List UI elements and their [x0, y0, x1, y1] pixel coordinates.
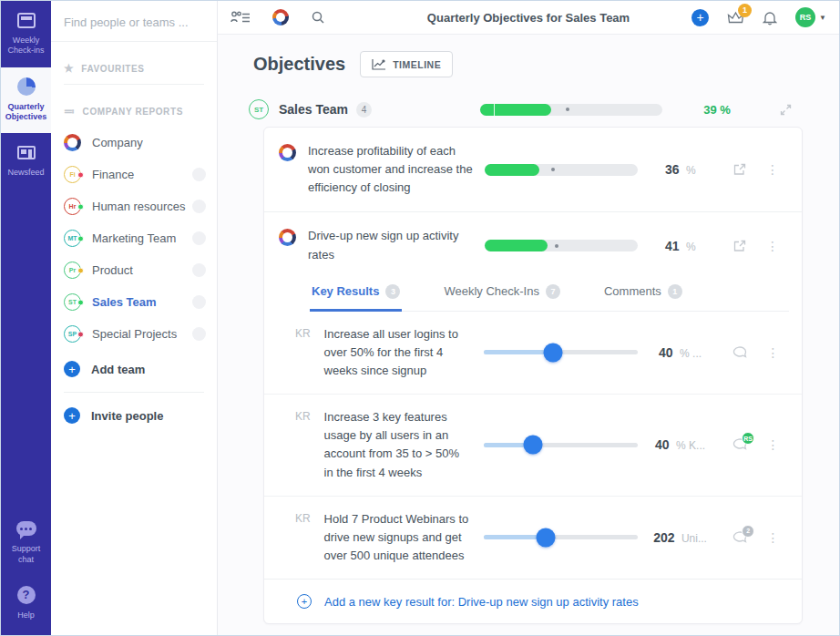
add-icon[interactable]: +: [691, 9, 709, 26]
favourites-label: FAVOURITES: [81, 64, 144, 74]
rail-item-label: Quarterly Objectives: [3, 102, 49, 123]
user-menu[interactable]: RS ▼: [795, 7, 826, 27]
team-count-badge: [192, 168, 206, 181]
objective-company-icon: [279, 144, 296, 161]
rail-item-label: Support chat: [3, 544, 49, 565]
plus-icon: +: [64, 407, 80, 424]
comment-icon[interactable]: [732, 346, 747, 359]
page-title: Objectives: [253, 54, 345, 75]
add-key-result-button[interactable]: + Add a new key result for: Drive-up new…: [264, 579, 802, 623]
slider-handle[interactable]: [536, 528, 555, 547]
sidebar-item-marketing-team[interactable]: MT Marketing Team: [51, 222, 217, 254]
more-menu-icon[interactable]: ⋮: [766, 346, 779, 359]
pie-chart-icon: [16, 77, 36, 97]
slider-handle[interactable]: [524, 436, 543, 455]
kr-value: 40: [659, 345, 673, 360]
chevron-down-icon: ▼: [819, 14, 826, 22]
team-avatar: SP: [64, 325, 81, 343]
kr-unit: Uni...: [681, 532, 707, 545]
kr-text[interactable]: Increase all user logins to over 50% for…: [324, 325, 470, 380]
commenter-avatar-badge: RS: [742, 432, 754, 445]
kr-progress-slider: [484, 443, 637, 447]
add-team-button[interactable]: + Add team: [51, 354, 217, 385]
rail-item-quarterly-objectives[interactable]: Quarterly Objectives: [1, 67, 51, 134]
search-icon[interactable]: [311, 10, 325, 25]
rail-item-weekly-checkins[interactable]: Weekly Check-ins: [1, 1, 51, 67]
tab-weekly-check-ins[interactable]: Weekly Check-Ins 7: [442, 279, 562, 312]
company-reports-label: COMPANY REPORTS: [83, 107, 183, 117]
company-reports-section-header[interactable]: ≕ COMPANY REPORTS: [51, 85, 217, 127]
team-count-badge: [192, 263, 206, 277]
more-menu-icon[interactable]: ⋮: [766, 438, 779, 451]
bell-icon[interactable]: [763, 10, 777, 26]
favourites-section-header[interactable]: ★ FAVOURITES: [51, 42, 217, 84]
kr-label: KR: [295, 410, 315, 423]
team-count-badge: [192, 231, 206, 245]
expand-collapse-icon[interactable]: [772, 104, 799, 116]
slider-handle[interactable]: [543, 343, 562, 362]
open-objective-icon[interactable]: [733, 163, 746, 176]
question-icon: ?: [16, 585, 36, 605]
team-avatar: Fi: [64, 166, 81, 183]
kr-value: 202: [653, 530, 674, 545]
sidebar-item-sales-team[interactable]: ST Sales Team: [51, 286, 217, 318]
objective-count-badge: 4: [356, 102, 372, 118]
kr-text[interactable]: Increase 3 key features usage by all use…: [324, 408, 470, 482]
sidebar-item-company[interactable]: Company: [51, 127, 217, 159]
app-window: Weekly Check-ins Quarterly Objectives Ne…: [0, 0, 840, 636]
team-count-badge: [192, 327, 206, 341]
key-result-row: KR Increase 3 key features usage by all …: [264, 394, 802, 496]
more-menu-icon[interactable]: ⋮: [766, 240, 779, 252]
rail-item-label: Newsfeed: [7, 168, 44, 178]
objective-text[interactable]: Increase profitability of each won custo…: [308, 142, 474, 197]
plus-outline-icon: +: [297, 594, 312, 609]
tab-key-results[interactable]: Key Results 3: [310, 279, 402, 312]
sidebar-item-product[interactable]: Pr Product: [51, 254, 217, 286]
invite-people-button[interactable]: + Invite people: [51, 400, 217, 431]
key-result-row: KR Increase all user logins to over 50% …: [264, 312, 802, 394]
sidebar-item-human-resources[interactable]: Hr Human resources: [51, 190, 217, 222]
tab-count-badge: 7: [546, 284, 560, 299]
sidebar-item-special-projects[interactable]: SP Special Projects: [51, 318, 217, 350]
page-header-title: Quarterly Objectives for Sales Team: [427, 11, 630, 25]
rail-item-support-chat[interactable]: Support chat: [1, 509, 51, 576]
rail-item-help[interactable]: ? Help: [1, 576, 51, 635]
more-menu-icon[interactable]: ⋮: [766, 531, 779, 544]
tab-comments[interactable]: Comments 1: [602, 279, 684, 312]
objective-text[interactable]: Drive-up new sign up activity rates: [308, 227, 474, 263]
comment-icon[interactable]: RS: [732, 438, 747, 451]
notification-badge: 1: [738, 4, 752, 17]
status-dot: [77, 267, 84, 273]
timeline-button[interactable]: TIMELINE: [360, 51, 453, 77]
expected-progress-marker: [551, 168, 555, 171]
rewards-crown-icon[interactable]: 1: [727, 11, 744, 25]
kr-label: KR: [295, 327, 315, 340]
team-progress-percent: 39 %: [662, 103, 772, 117]
objective-row: Increase profitability of each won custo…: [264, 128, 802, 211]
objective-unit: %: [686, 241, 696, 253]
chat-bubble-icon: [16, 518, 36, 539]
team-avatar: ST: [64, 293, 81, 311]
sidebar-item-finance[interactable]: Fi Finance: [51, 159, 217, 190]
objective-value: 41: [665, 239, 680, 253]
app-logo-icon[interactable]: [272, 9, 289, 26]
kr-unit: % K...: [676, 439, 705, 452]
kr-text[interactable]: Hold 7 Product Webinars to drive new sig…: [324, 510, 470, 565]
org-people-icon[interactable]: [230, 11, 251, 24]
kr-unit: % ...: [680, 347, 702, 360]
search-input[interactable]: [64, 15, 204, 29]
team-name[interactable]: Sales Team: [279, 102, 348, 117]
team-avatar: MT: [64, 230, 81, 247]
objective-section: Drive-up new sign up activity rates 41 %: [264, 211, 802, 623]
comment-icon[interactable]: 2: [732, 531, 747, 544]
calendar-icon: [16, 10, 36, 30]
more-menu-icon[interactable]: ⋮: [766, 163, 779, 176]
kr-label: KR: [295, 512, 315, 525]
tab-count-badge: 3: [385, 284, 400, 299]
objective-progress-bar: [485, 240, 638, 251]
expected-progress-marker: [566, 108, 569, 111]
open-objective-icon[interactable]: [733, 240, 746, 252]
team-avatar: Hr: [64, 198, 81, 215]
status-dot: [77, 299, 84, 305]
rail-item-newsfeed[interactable]: Newsfeed: [1, 133, 51, 189]
